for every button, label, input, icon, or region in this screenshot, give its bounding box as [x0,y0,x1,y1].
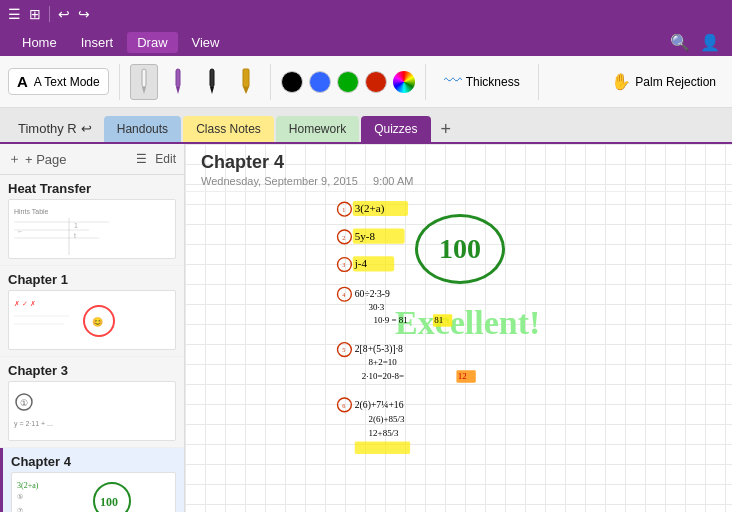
svg-text:3: 3 [342,261,345,268]
svg-text:2(6)+7¼+16: 2(6)+7¼+16 [355,399,404,411]
sidebar: ＋ + Page ☰ Edit Heat Transfer Hints Tabl… [0,144,185,512]
note-area[interactable]: Chapter 4 Wednesday, September 9, 2015 9… [185,144,732,512]
svg-text:1: 1 [74,222,78,229]
note-canvas: 100 Excellent! 1 3(2+a) 2 5y-8 3 j-4 [185,194,732,512]
svg-text:j-4: j-4 [354,257,368,269]
tab-class-notes[interactable]: Class Notes [183,116,274,142]
svg-marker-1 [142,87,146,94]
pen-white-tool[interactable] [130,64,158,100]
menu-items: Home Insert Draw View [12,32,230,53]
edit-label[interactable]: Edit [155,152,176,166]
menu-insert[interactable]: Insert [71,32,124,53]
text-mode-button[interactable]: A A Text Mode [8,68,109,95]
menu-home[interactable]: Home [12,32,67,53]
sidebar-item-chapter4-preview: 3(2+a) ⑤ 100 ⑦ [11,472,176,512]
note-date: Wednesday, September 9, 2015 9:00 AM [201,175,716,187]
toolbar-separator-4 [538,64,539,100]
sidebar-item-chapter3[interactable]: Chapter 3 ① y = 2·11 + ... [0,357,184,448]
redo-icon[interactable]: ↪ [78,6,90,22]
svg-text:1: 1 [342,206,345,213]
svg-text:100: 100 [100,495,118,509]
color-blue[interactable] [309,71,331,93]
sidebar-item-chapter1[interactable]: Chapter 1 ✗ ✓ ✗ 😊 [0,266,184,357]
add-tab-button[interactable]: + [433,117,460,142]
list-view-icon[interactable]: ☰ [136,152,147,166]
note-header: Chapter 4 Wednesday, September 9, 2015 9… [185,144,732,192]
svg-text:10·9 = 81: 10·9 = 81 [373,315,407,325]
svg-text:60÷2·3-9: 60÷2·3-9 [355,288,390,299]
menu-draw[interactable]: Draw [127,32,177,53]
add-page-plus-icon: ＋ [8,150,21,168]
tab-homework[interactable]: Homework [276,116,359,142]
svg-rect-67 [355,441,410,453]
text-mode-label: A Text Mode [34,75,100,89]
layout-icon[interactable]: ⊞ [29,6,41,22]
svg-text:y = 2·11 + ...: y = 2·11 + ... [14,420,53,428]
palm-rejection-label: Palm Rejection [635,75,716,89]
svg-marker-3 [176,87,180,94]
sidebar-header-right: ☰ Edit [136,152,176,166]
menu-view[interactable]: View [182,32,230,53]
svg-text:←: ← [17,228,24,235]
separator [49,6,50,22]
svg-text:3(2+a): 3(2+a) [355,202,385,215]
svg-text:😊: 😊 [92,316,104,328]
color-green[interactable] [337,71,359,93]
tab-bar: Timothy R ↩ Handouts Class Notes Homewor… [0,108,732,144]
svg-text:⑦: ⑦ [17,507,23,512]
svg-text:12+85/3: 12+85/3 [369,428,399,438]
palm-rejection-button[interactable]: ✋ Palm Rejection [603,68,724,95]
note-title: Chapter 4 [201,152,716,173]
menu-bar: Home Insert Draw View 🔍 👤 [0,28,732,56]
sidebar-item-chapter4-title: Chapter 4 [11,454,176,469]
toolbar: A A Text Mode 〰 Thickness ✋ Palm Rejecti… [0,56,732,108]
tab-handouts[interactable]: Handouts [104,116,181,142]
toolbar-separator-2 [270,64,271,100]
notebook-back-icon[interactable]: ↩ [81,121,92,136]
svg-text:①: ① [20,398,28,408]
svg-text:81: 81 [434,315,443,325]
menu-icon[interactable]: ☰ [8,6,21,22]
sidebar-item-chapter1-title: Chapter 1 [8,272,176,287]
color-red[interactable] [365,71,387,93]
svg-text:⑤: ⑤ [17,493,23,500]
math-content-svg: 1 3(2+a) 2 5y-8 3 j-4 4 60÷2·3-9 30·3 10… [185,194,732,512]
thickness-label: Thickness [466,75,520,89]
svg-text:3(2+a): 3(2+a) [17,481,39,490]
pen-purple-tool[interactable] [164,64,192,100]
svg-marker-5 [210,87,214,94]
color-black[interactable] [281,71,303,93]
toolbar-separator-3 [425,64,426,100]
color-palette[interactable] [393,71,415,93]
svg-text:2: 2 [342,234,345,241]
highlighter-tool[interactable] [232,64,260,100]
svg-text:2·10=20-8=: 2·10=20-8= [362,371,404,381]
palm-icon: ✋ [611,72,631,91]
undo-icon[interactable]: ↩ [58,6,70,22]
toolbar-separator-1 [119,64,120,100]
text-mode-a-icon: A [17,73,28,90]
sidebar-item-chapter4[interactable]: Chapter 4 3(2+a) ⑤ 100 ⑦ [0,448,184,512]
add-page-label: + Page [25,152,67,167]
search-icon[interactable]: 🔍 [670,33,690,52]
svg-text:30·3: 30·3 [369,302,385,312]
sidebar-item-heat-transfer-title: Heat Transfer [8,181,176,196]
tab-quizzes[interactable]: Quizzes [361,116,430,142]
pen-dark-tool[interactable] [198,64,226,100]
svg-rect-2 [176,69,180,87]
menu-icons: 🔍 👤 [670,33,720,52]
svg-text:2[8+(5-3)]·8: 2[8+(5-3)]·8 [355,343,403,355]
sidebar-item-chapter3-preview: ① y = 2·11 + ... [8,381,176,441]
thickness-button[interactable]: 〰 Thickness [436,67,528,96]
account-icon[interactable]: 👤 [700,33,720,52]
svg-text:6: 6 [342,402,345,409]
svg-text:Hints  Table: Hints Table [14,208,49,215]
add-page-button[interactable]: ＋ + Page [8,150,67,168]
svg-text:5: 5 [342,346,345,353]
sidebar-item-heat-transfer[interactable]: Heat Transfer Hints Table ← 1 t [0,175,184,266]
sidebar-item-chapter3-title: Chapter 3 [8,363,176,378]
sidebar-item-heat-transfer-preview: Hints Table ← 1 t [8,199,176,259]
title-bar: ☰ ⊞ ↩ ↪ [0,0,732,28]
svg-text:12: 12 [458,371,467,381]
svg-text:t: t [74,232,76,239]
